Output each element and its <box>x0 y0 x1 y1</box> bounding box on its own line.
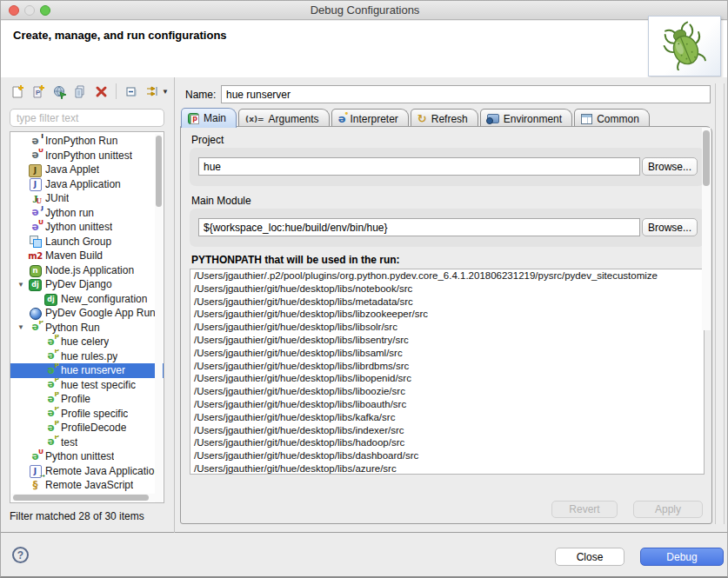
main-module-browse-button[interactable]: Browse... <box>642 218 698 236</box>
expanded-caret-icon[interactable]: ▼ <box>17 281 28 289</box>
tree-item-java-application[interactable]: Java Application <box>10 177 164 192</box>
tree-item-remote-javascript[interactable]: Remote JavaScript <box>10 478 164 493</box>
tree-item-label: Python Run <box>45 322 100 334</box>
tree-item-pydev-google-app-run[interactable]: PyDev Google App Run <box>10 306 164 321</box>
tab-environment[interactable]: Environment <box>480 109 572 128</box>
pythonpath-entry[interactable]: /Users/jgauthier/git/hue/desktop/libs/li… <box>190 308 704 321</box>
pythonpath-entry[interactable]: /Users/jgauthier/git/hue/desktop/libs/ha… <box>190 436 704 449</box>
tree-item-ironpython-unittest[interactable]: IronPython unittest <box>10 149 164 163</box>
tab-bar: MainArgumentsInterpreterRefreshEnvironme… <box>181 108 650 128</box>
bug-icon <box>659 20 710 70</box>
project-group: Browse... <box>190 148 705 186</box>
apply-button[interactable]: Apply <box>633 501 703 518</box>
tree-item-label: ProfileDecode <box>61 422 126 434</box>
tree-item-label: hue runserver <box>61 364 125 376</box>
collapse-all-icon[interactable] <box>122 82 141 101</box>
delete-icon[interactable] <box>91 82 110 101</box>
tab-interpreter[interactable]: Interpreter <box>331 109 409 128</box>
name-input[interactable] <box>221 85 711 103</box>
pythonpath-entry[interactable]: /Users/jgauthier/git/hue/desktop/libs/no… <box>190 282 704 296</box>
pythonpath-scrollbar-thumb[interactable] <box>703 130 710 186</box>
tree-item-label: hue celery <box>61 336 109 348</box>
tree-item-remote-java-application[interactable]: Remote Java Application <box>10 464 164 479</box>
debug-button[interactable]: Debug <box>640 548 724 566</box>
tree-item-profile-specific[interactable]: Profile specific <box>10 407 164 422</box>
help-question-icon[interactable]: ? <box>12 547 29 563</box>
pythonpath-entry[interactable]: /Users/jgauthier/git/hue/desktop/libs/da… <box>190 449 704 462</box>
expanded-caret-icon[interactable]: ▼ <box>17 323 28 331</box>
tree-item-java-applet[interactable]: Java Applet <box>10 163 164 177</box>
new-launch-configuration-icon[interactable] <box>8 82 27 101</box>
tree-item-ironpython-run[interactable]: IronPython Run <box>10 134 164 149</box>
panel-scrollbar-track[interactable] <box>715 83 725 524</box>
pythonpath-entry[interactable]: /Users/jgauthier/git/hue/desktop/libs/ka… <box>190 411 704 424</box>
launch-group-icon <box>28 235 43 248</box>
pythonpath-entry[interactable]: /Users/jgauthier/git/hue/desktop/libs/az… <box>190 462 704 475</box>
tree-item-label: PyDev Google App Run <box>45 307 156 319</box>
tree-vertical-scrollbar-thumb[interactable] <box>156 136 162 207</box>
tree-horizontal-scrollbar[interactable] <box>11 494 156 502</box>
svg-text:P: P <box>36 89 41 96</box>
tree-item-profile[interactable]: Profile <box>10 392 164 407</box>
sash-divider[interactable] <box>174 77 175 533</box>
tree-item-hue-test-specific[interactable]: hue test specific <box>10 378 164 393</box>
tree-item-label: Profile <box>61 393 90 405</box>
pythonpath-list: /Users/jgauthier/.p2/pool/plugins/org.py… <box>190 269 705 475</box>
chevron-down-icon[interactable]: ▼ <box>162 88 169 96</box>
python-run-icon <box>43 393 58 406</box>
tree-item-python-unittest[interactable]: Python unittest <box>10 449 164 464</box>
duplicate-icon[interactable] <box>70 82 90 101</box>
tree-item-pydev-django[interactable]: ▼PyDev Django <box>10 277 164 292</box>
python-run-icon <box>43 364 58 377</box>
pythonpath-entry[interactable]: /Users/jgauthier/git/hue/desktop/libs/li… <box>190 385 704 398</box>
tree-vertical-scrollbar[interactable] <box>155 134 163 502</box>
filter-input[interactable] <box>10 109 164 127</box>
project-browse-button[interactable]: Browse... <box>642 157 698 176</box>
tree-item-junit[interactable]: JUnit <box>10 191 164 206</box>
pythonpath-entry[interactable]: /Users/jgauthier/git/hue/desktop/libs/li… <box>190 398 704 411</box>
dialog-footer: ? Close Debug <box>1 534 728 578</box>
title-bar[interactable]: Debug Configurations <box>1 1 728 20</box>
tree-item-jython-unittest[interactable]: Jython unittest <box>10 220 164 235</box>
pythonpath-scrollbar[interactable] <box>702 128 711 330</box>
pythonpath-entry[interactable]: /Users/jgauthier/git/hue/desktop/libs/li… <box>190 372 704 385</box>
tree-item-profiledecode[interactable]: ProfileDecode <box>10 421 164 435</box>
tab-main[interactable]: Main <box>181 108 237 128</box>
tab-refresh[interactable]: Refresh <box>411 109 478 128</box>
tree-item-hue-celery[interactable]: hue celery <box>10 335 164 349</box>
configurations-toolbar: P ▼ <box>8 80 169 103</box>
dialog-header: Create, manage, and run configurations <box>1 21 728 77</box>
tree-item-launch-group[interactable]: Launch Group <box>10 235 164 249</box>
close-button[interactable]: Close <box>555 548 624 566</box>
pythonpath-entry[interactable]: /Users/jgauthier/git/hue/desktop/libs/in… <box>190 424 704 437</box>
new-prototype-icon[interactable]: P <box>29 82 48 101</box>
pythonpath-entry[interactable]: /Users/jgauthier/git/hue/desktop/libs/li… <box>190 334 704 347</box>
tree-item-hue-rules-py[interactable]: hue rules.py <box>10 349 164 364</box>
tree-horizontal-scrollbar-thumb[interactable] <box>13 495 149 501</box>
tree-item-test[interactable]: test <box>10 435 164 450</box>
python-run-icon <box>43 435 58 448</box>
pythonpath-entry[interactable]: /Users/jgauthier/git/hue/desktop/libs/me… <box>190 296 704 309</box>
revert-button[interactable]: Revert <box>551 501 618 518</box>
main-module-input[interactable] <box>198 218 640 236</box>
refresh-tab-icon <box>417 113 427 125</box>
export-launch-configurations-icon[interactable] <box>50 82 69 101</box>
tree-item-new-configuration[interactable]: New_configuration <box>10 292 164 307</box>
tree-item-label: Jython run <box>45 207 94 219</box>
tab-common[interactable]: Common <box>574 109 650 128</box>
tree-item-node-js-application[interactable]: Node.js Application <box>10 263 164 278</box>
pythonpath-entry[interactable]: /Users/jgauthier/git/hue/desktop/libs/li… <box>190 321 704 334</box>
pythonpath-entry[interactable]: /Users/jgauthier/git/hue/desktop/libs/li… <box>190 360 704 373</box>
project-input[interactable] <box>198 157 640 176</box>
tree-item-python-run[interactable]: ▼Python Run <box>10 321 164 336</box>
tree-item-maven-build[interactable]: Maven Build <box>10 249 164 263</box>
tree-item-hue-runserver[interactable]: hue runserver <box>10 363 164 378</box>
tree-item-label: hue test specific <box>61 379 136 391</box>
tree-item-label: JUnit <box>45 192 69 204</box>
tab-arguments[interactable]: Arguments <box>238 109 330 128</box>
pythonpath-entry[interactable]: /Users/jgauthier/.p2/pool/plugins/org.py… <box>190 269 704 282</box>
tree-item-jython-run[interactable]: Jython run <box>10 206 164 221</box>
jython-run-icon <box>28 206 43 219</box>
filter-launch-configurations-icon[interactable] <box>143 82 162 101</box>
pythonpath-entry[interactable]: /Users/jgauthier/git/hue/desktop/libs/li… <box>190 347 704 360</box>
